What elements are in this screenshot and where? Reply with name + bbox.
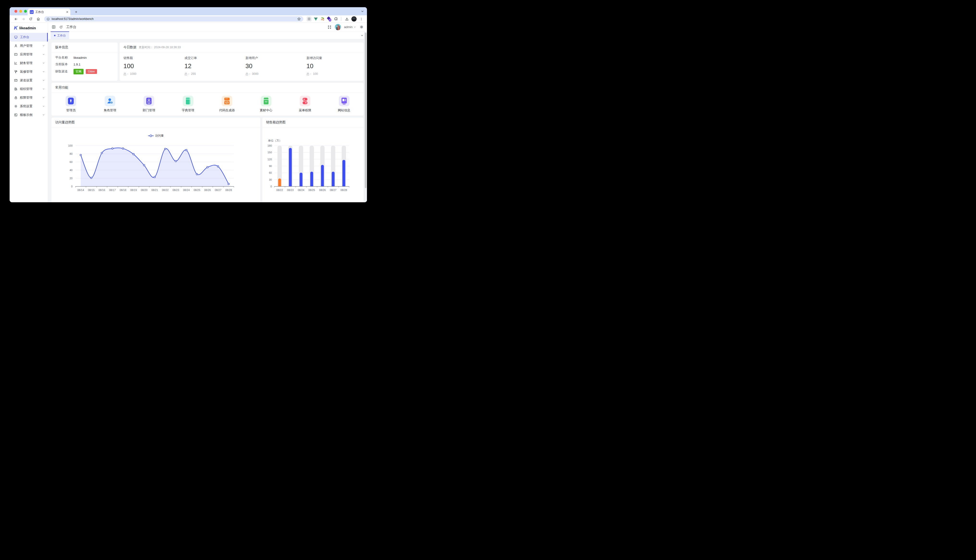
settings-gear-icon[interactable] bbox=[359, 25, 364, 29]
sidebar-menu: 工作台 用户管理 应用管理 财务管理 装修管理 渠道设置 组织管理 权限管理 系… bbox=[10, 33, 48, 119]
quick-item-管理员[interactable]: 管理员 bbox=[52, 96, 90, 113]
svg-text:08/25: 08/25 bbox=[308, 188, 315, 192]
sidebar-item-1[interactable]: 用户管理 bbox=[10, 42, 48, 50]
tagbar-chevron-down-icon[interactable] bbox=[361, 33, 364, 38]
channel-button-官网[interactable]: 官网 bbox=[74, 69, 84, 74]
code-icon bbox=[222, 96, 232, 106]
quick-item-角色管理[interactable]: 角色管理 bbox=[90, 96, 130, 113]
reload-icon[interactable] bbox=[28, 16, 33, 22]
user-icon bbox=[14, 44, 18, 48]
channel-row: 获取渠道官网Gitee bbox=[52, 68, 118, 75]
sidebar-item-9[interactable]: 模板示例 bbox=[10, 111, 48, 119]
svg-text:08/24: 08/24 bbox=[298, 188, 304, 192]
sidebar-item-4[interactable]: 装修管理 bbox=[10, 67, 48, 76]
today-stats: 销售额100总： 1000成交订单12总： 255新增用户30总： 3000新增… bbox=[120, 52, 364, 76]
svg-text:0: 0 bbox=[71, 185, 72, 188]
sales-chart-title: 销售额趋势图 bbox=[262, 118, 364, 127]
fullscreen-icon[interactable] bbox=[328, 25, 332, 29]
sidebar-item-8[interactable]: 系统设置 bbox=[10, 102, 48, 111]
svg-text:08/23: 08/23 bbox=[287, 188, 294, 192]
minimize-window-button[interactable] bbox=[19, 10, 22, 13]
svg-text:08/24: 08/24 bbox=[183, 188, 190, 192]
svg-text:08/21: 08/21 bbox=[151, 188, 158, 192]
settings-icon bbox=[14, 104, 18, 108]
visits-chart-title: 访问量趋势图 bbox=[52, 118, 260, 127]
chevron-down-icon bbox=[42, 113, 45, 117]
chevron-down-icon bbox=[42, 53, 45, 57]
page-title: 工作台 bbox=[66, 25, 76, 29]
workbench-content: 版本信息 平台名称likeadmin当前版本1.9.1获取渠道官网Gitee 今… bbox=[48, 39, 367, 202]
address-bar[interactable]: localhost:5173/admin/workbench bbox=[44, 16, 303, 22]
sidebar-item-2[interactable]: 应用管理 bbox=[10, 50, 48, 59]
sidebar-item-5[interactable]: 渠道设置 bbox=[10, 76, 48, 85]
new-tab-button[interactable]: + bbox=[72, 8, 80, 15]
site-info-icon[interactable] bbox=[47, 18, 50, 21]
stat-item: 新增用户30总： 3000 bbox=[242, 52, 302, 76]
extensions-puzzle-icon[interactable] bbox=[333, 17, 338, 22]
user-chevron-down-icon bbox=[354, 26, 356, 28]
chevron-down-icon bbox=[42, 62, 45, 65]
username[interactable]: admin bbox=[344, 25, 356, 29]
sidebar-item-7[interactable]: 权限管理 bbox=[10, 93, 48, 102]
sidebar-item-6[interactable]: 组织管理 bbox=[10, 85, 48, 93]
svg-text:08/15: 08/15 bbox=[88, 188, 95, 192]
quick-item-代码生成器[interactable]: 代码生成器 bbox=[207, 96, 247, 113]
browser-toolbar: localhost:5173/admin/workbench SQ5 bbox=[10, 15, 367, 23]
app-header: 工作台 admin bbox=[48, 23, 367, 32]
svg-text:08/27: 08/27 bbox=[330, 188, 336, 192]
svg-text:90: 90 bbox=[269, 165, 272, 167]
zoom-window-button[interactable] bbox=[24, 10, 27, 13]
user-avatar[interactable] bbox=[335, 24, 341, 30]
close-window-button[interactable] bbox=[14, 10, 17, 13]
svg-text:80: 80 bbox=[70, 152, 72, 155]
app-logo[interactable]: K likeadmin bbox=[10, 23, 48, 33]
bookmark-star-icon[interactable] bbox=[297, 17, 301, 21]
svg-text:08/22: 08/22 bbox=[276, 188, 283, 192]
url-text: localhost:5173/admin/workbench bbox=[52, 17, 94, 21]
squirrel-extension-icon[interactable]: SQ bbox=[320, 17, 325, 22]
vue-devtools-icon[interactable] bbox=[313, 17, 318, 22]
today-data-card: 今日数据 更新时间： 2024-08-28 18:36:33 销售额100总： … bbox=[120, 42, 364, 81]
quick-card-title: 常用功能 bbox=[52, 83, 364, 93]
svg-text:40: 40 bbox=[70, 169, 72, 172]
sidebar-item-workbench[interactable]: 工作台 bbox=[10, 33, 48, 42]
tab-search-icon[interactable] bbox=[361, 10, 364, 14]
forward-icon[interactable] bbox=[20, 16, 26, 22]
svg-text:08/27: 08/27 bbox=[215, 188, 221, 192]
browser-menu-icon[interactable] bbox=[358, 16, 364, 22]
quick-item-网站信息[interactable]: 网站信息 bbox=[325, 96, 364, 113]
back-icon[interactable] bbox=[13, 16, 19, 22]
collapse-sidebar-icon[interactable] bbox=[52, 25, 56, 29]
svg-text:08/22: 08/22 bbox=[162, 188, 169, 192]
monitor-icon bbox=[14, 35, 18, 39]
svg-text:100: 100 bbox=[68, 144, 72, 147]
svg-text:08/28: 08/28 bbox=[225, 188, 232, 192]
quick-item-素材中心[interactable]: 素材中心 bbox=[247, 96, 286, 113]
quick-item-部门管理[interactable]: 部门管理 bbox=[129, 96, 169, 113]
browser-profile-avatar[interactable] bbox=[351, 16, 357, 22]
home-icon[interactable] bbox=[35, 16, 41, 22]
dictionary-icon bbox=[183, 96, 193, 106]
svg-text:08/20: 08/20 bbox=[141, 188, 147, 192]
svg-text:SQ: SQ bbox=[321, 18, 324, 21]
sales-unit-label: 单位（万） bbox=[268, 139, 282, 143]
visits-legend[interactable]: 访问量 bbox=[52, 133, 260, 138]
browser-tab[interactable]: LA 工作台 × bbox=[28, 8, 70, 15]
decorate-icon bbox=[14, 70, 18, 74]
scrollbar-thumb[interactable] bbox=[365, 33, 366, 188]
legend-marker-icon bbox=[148, 135, 154, 137]
refresh-page-icon[interactable] bbox=[59, 25, 63, 29]
download-icon[interactable] bbox=[344, 16, 350, 22]
tab-close-icon[interactable]: × bbox=[66, 10, 68, 14]
channel-button-Gitee[interactable]: Gitee bbox=[86, 69, 97, 74]
update-time: 更新时间： 2024-08-28 18:36:33 bbox=[139, 45, 181, 50]
tag-workbench[interactable]: 工作台 bbox=[51, 32, 69, 39]
stat-item: 新增访问量10总： 100 bbox=[302, 52, 364, 76]
quick-item-字典管理[interactable]: 字典管理 bbox=[169, 96, 208, 113]
react-devtools-icon[interactable] bbox=[306, 17, 311, 22]
svg-text:60: 60 bbox=[70, 160, 72, 163]
vue5-extension-icon[interactable]: 5 bbox=[327, 17, 332, 22]
quick-item-菜单权限[interactable]: 菜单权限 bbox=[286, 96, 325, 113]
menu-auth-icon bbox=[300, 96, 310, 106]
sidebar-item-3[interactable]: 财务管理 bbox=[10, 59, 48, 67]
